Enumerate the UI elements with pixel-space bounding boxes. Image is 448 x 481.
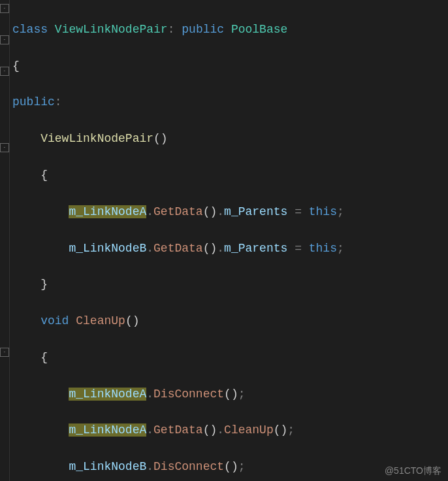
- member-var: m_LinkNodeA: [69, 205, 146, 218]
- member-var: m_LinkNodeA: [69, 388, 146, 401]
- keyword-public: public: [182, 23, 224, 36]
- code-editor[interactable]: - - - - - class ViewLinkNodePair: public…: [0, 0, 448, 481]
- base-class: PoolBase: [231, 23, 287, 36]
- keyword-class: class: [12, 23, 48, 36]
- method-call: GetData: [153, 423, 203, 437]
- fold-gutter: - - - - -: [0, 0, 10, 481]
- watermark: @51CTO博客: [385, 465, 441, 477]
- fold-toggle[interactable]: -: [0, 143, 9, 152]
- member-var: m_LinkNodeB: [69, 242, 146, 255]
- member-var: m_Parents: [224, 242, 287, 255]
- method-call: GetData: [153, 242, 203, 255]
- keyword-void: void: [40, 314, 69, 327]
- method-call: GetData: [153, 205, 203, 218]
- member-var: m_LinkNodeA: [69, 423, 146, 437]
- fold-toggle[interactable]: -: [0, 67, 9, 76]
- method-call: CleanUp: [224, 423, 274, 437]
- constructor-name: ViewLinkNodePair: [40, 132, 153, 145]
- keyword-public: public: [12, 95, 55, 108]
- method-call: DisConnect: [153, 460, 224, 473]
- code-area[interactable]: class ViewLinkNodePair: public PoolBase …: [10, 0, 448, 481]
- keyword-this: this: [309, 205, 337, 218]
- member-var: m_Parents: [224, 205, 287, 218]
- method-name: CleanUp: [76, 314, 125, 327]
- fold-toggle[interactable]: -: [0, 35, 9, 44]
- fold-toggle[interactable]: -: [0, 348, 9, 357]
- member-var: m_LinkNodeB: [69, 460, 146, 473]
- keyword-this: this: [309, 242, 337, 255]
- fold-toggle[interactable]: -: [0, 4, 9, 13]
- class-name: ViewLinkNodePair: [55, 23, 168, 36]
- method-call: DisConnect: [153, 388, 224, 401]
